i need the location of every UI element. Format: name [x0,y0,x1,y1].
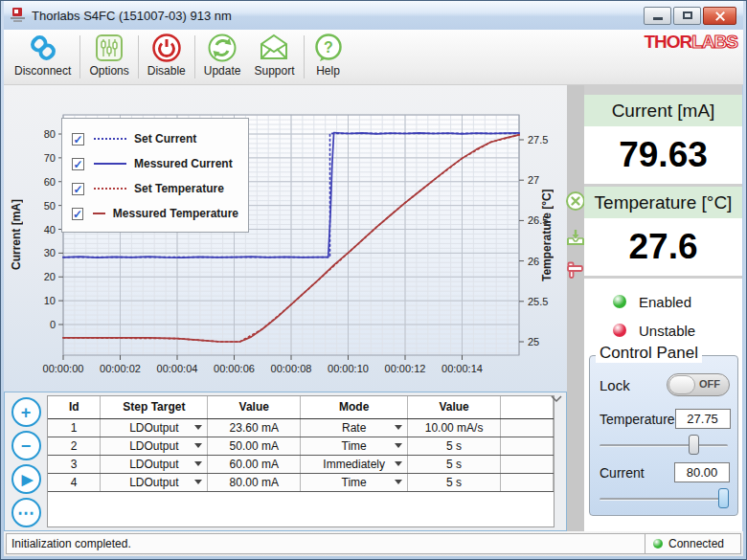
dropdown-arrow-icon[interactable] [194,425,202,430]
table-row: 2LDOutput50.00 mATime5 s [48,437,554,455]
svg-text:00:00:12: 00:00:12 [385,363,426,374]
step-value-cell[interactable]: 50.00 mA [208,437,301,455]
step-value-cell[interactable]: 60.00 mA [208,455,301,473]
step-mode-select[interactable]: Time [301,437,408,455]
legend-label: Messured Current [134,157,233,170]
current-header: Current [mA] [584,95,742,126]
svg-text:00:00:10: 00:00:10 [328,363,369,374]
svg-text:00:00:08: 00:00:08 [271,363,312,374]
step-id-cell: 2 [48,437,101,455]
legend-label: Messured Temperature [113,207,238,220]
current-setpoint-label: Current [600,465,645,481]
more-options-button[interactable]: ⋯ [11,498,41,527]
add-step-button[interactable]: + [11,397,41,427]
temperature-setpoint-input[interactable] [675,409,731,429]
svg-text:25: 25 [528,336,539,347]
run-sequence-button[interactable]: ▶ [11,464,41,494]
connected-led-icon [653,539,663,549]
slider-track [600,444,728,447]
step-mode-select[interactable]: Time [301,473,408,491]
help-button[interactable]: ? Help [306,30,351,84]
step-mode-value-cell[interactable]: 5 s [408,437,501,455]
legend-checkbox[interactable]: ✓ [72,208,83,220]
chart-legend: ✓Set Current✓Messured Current✓Set Temper… [61,118,249,233]
svg-text:0: 0 [50,319,56,330]
enabled-status: Enabled [613,292,691,311]
save-tray-icon[interactable] [565,227,586,248]
toolbar-separator [194,35,195,78]
legend-line-sample [94,163,126,165]
remove-step-button[interactable]: − [11,431,41,460]
status-bar: Initialization completed. Connected [4,531,743,556]
lock-toggle[interactable]: OFF [667,373,730,396]
disconnect-button[interactable]: Disconnect [8,30,78,84]
dropdown-arrow-icon[interactable] [395,443,402,448]
clear-circle-icon[interactable] [565,190,586,212]
update-button[interactable]: Update [197,30,248,84]
left-axis-title: Current [mA] [10,115,23,355]
dropdown-arrow-icon[interactable] [194,443,202,448]
step-mode-select[interactable]: Immediately [301,455,408,473]
step-mode-value-cell[interactable]: 5 s [408,473,501,491]
column-header [501,396,554,418]
support-label: Support [254,64,294,78]
options-button[interactable]: Options [82,30,135,84]
svg-text:00:00:14: 00:00:14 [441,363,483,374]
step-value-cell[interactable]: 80.00 mA [208,473,301,491]
maximize-button[interactable] [673,7,701,25]
empty-cell [501,418,554,437]
lock-label: Lock [600,377,630,393]
dropdown-arrow-icon[interactable] [395,461,402,466]
temperature-slider-thumb[interactable] [689,435,699,455]
collapse-chevron-icon[interactable] [550,394,563,404]
step-id-cell: 4 [48,473,101,491]
support-button[interactable]: Support [247,30,301,84]
step-mode-value-cell[interactable]: 5 s [408,455,501,473]
svg-text:00:00:02: 00:00:02 [100,363,141,374]
chart-panel: 010203040506070802525.52626.52727.500:00… [4,85,567,392]
step-id-cell: 1 [48,418,101,437]
disable-button[interactable]: Disable [141,30,192,84]
toolbar-separator [79,35,80,78]
toolbar-separator [304,35,305,78]
svg-text:30: 30 [44,247,56,258]
legend-checkbox[interactable]: ✓ [72,183,84,195]
maximize-icon [683,11,692,19]
step-target-select[interactable]: LDOutput [101,418,208,437]
legend-label: Set Temperature [134,182,224,195]
step-target-select[interactable]: LDOutput [101,473,208,491]
minimize-button[interactable] [644,7,671,25]
legend-label: Set Current [134,132,196,146]
current-setpoint-input[interactable] [674,462,730,482]
close-button[interactable] [703,7,736,25]
legend-item: ✓Set Temperature [72,176,238,201]
dropdown-arrow-icon[interactable] [194,461,202,466]
sequence-table-container: IdStep TargetValueModeValue1LDOutput23.6… [47,395,555,527]
step-mode-value-cell[interactable]: 10.00 mA/s [408,418,501,437]
dropdown-arrow-icon[interactable] [395,480,402,484]
unstable-status: Unstable [613,321,695,340]
temperature-slider[interactable] [600,435,728,456]
connected-label: Connected [668,537,724,550]
legend-item: ✓Messured Current [72,151,238,176]
dropdown-arrow-icon[interactable] [395,425,402,430]
step-value-cell[interactable]: 23.60 mA [208,418,301,437]
current-slider-thumb[interactable] [718,488,729,508]
step-target-select[interactable]: LDOutput [101,455,208,473]
svg-text:?: ? [324,39,333,56]
control-panel-title: Control Panel [596,344,702,363]
close-icon [714,11,725,21]
step-mode-select[interactable]: Rate [301,418,408,437]
slider-track [600,498,728,501]
dropdown-arrow-icon[interactable] [194,480,202,484]
current-slider[interactable] [600,488,728,509]
connection-status: Connected [645,533,741,554]
legend-checkbox[interactable]: ✓ [72,133,84,146]
legend-checkbox[interactable]: ✓ [72,158,84,170]
key-icon[interactable] [565,259,586,280]
legend-line-sample [93,213,105,214]
step-target-select[interactable]: LDOutput [101,437,208,455]
legend-item: ✓Set Current [72,126,238,151]
svg-text:60: 60 [44,176,56,188]
disconnect-label: Disconnect [14,64,71,78]
